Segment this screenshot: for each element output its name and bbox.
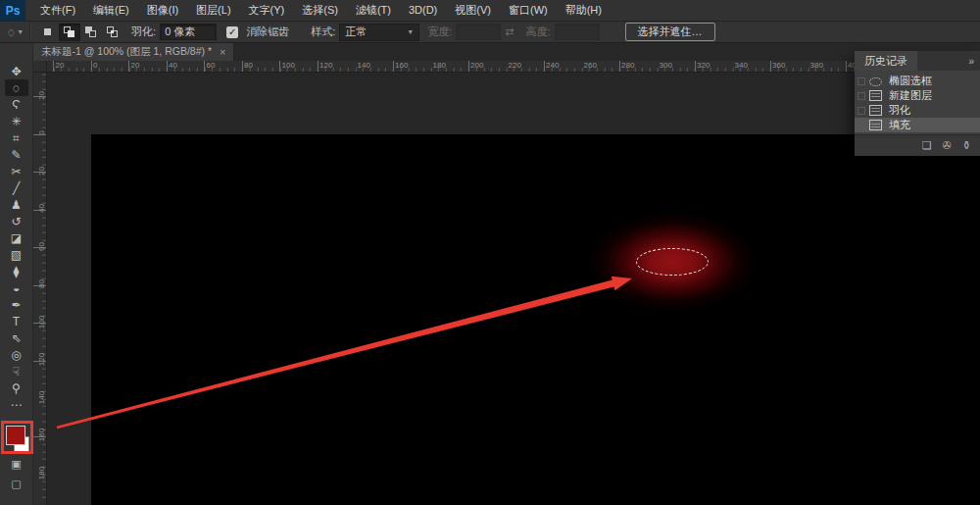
menu-item-view[interactable]: 视图(V)	[446, 0, 500, 21]
history-item-label: 羽化	[889, 103, 910, 118]
close-icon[interactable]: ×	[220, 46, 225, 58]
tools-panel: ✥◌Ϛ✳⌗✎✂╱♟↺◪▧⧫◒✒T⇖◎☟⚲⋯ ▣ ▢	[0, 43, 33, 505]
ruler-label: 180	[37, 466, 46, 480]
crop-tool[interactable]: ⌗	[5, 129, 28, 146]
style-select[interactable]: 正常 ▼	[339, 24, 419, 41]
ruler-label: 320	[697, 61, 710, 70]
menu-item-select[interactable]: 选择(S)	[293, 0, 347, 21]
menu-item-3d[interactable]: 3D(D)	[400, 0, 446, 21]
history-item-label: 新建图层	[889, 88, 932, 103]
horizontal-ruler: 2002040608010012014016018020022024026028…	[47, 61, 980, 73]
ruler-corner	[33, 61, 47, 73]
history-item-label: 填充	[889, 118, 910, 132]
eraser-tool[interactable]: ◪	[5, 229, 28, 246]
feather-input[interactable]	[160, 24, 217, 40]
screen-mode-button[interactable]: ▢	[5, 476, 28, 492]
ellipse-marquee-icon: ◌	[8, 25, 15, 39]
new-snapshot-icon[interactable]: ✇	[943, 139, 952, 152]
history-item-feather[interactable]: 羽化	[855, 103, 980, 118]
history-item-new-layer[interactable]: 新建图层	[855, 88, 980, 103]
history-source-toggle[interactable]	[858, 122, 865, 129]
path-selection-tool[interactable]: ⇖	[5, 329, 28, 346]
chevron-down-icon: ▼	[17, 28, 24, 35]
color-swatches	[3, 422, 30, 453]
pen-tool[interactable]: ✒	[5, 296, 28, 313]
select-and-mask-button[interactable]: 选择并遮住…	[625, 23, 715, 41]
subtract-from-selection-button[interactable]	[80, 24, 102, 41]
move-tool[interactable]: ✥	[5, 63, 28, 79]
menu-item-image[interactable]: 图像(I)	[138, 0, 187, 21]
elliptical-selection-marquee	[636, 248, 709, 276]
antialias-label: 消除锯齿	[246, 25, 289, 39]
menu-item-type[interactable]: 文字(Y)	[240, 0, 294, 21]
tool-preset-picker[interactable]: ◌ ▼	[8, 25, 24, 39]
ruler-label: 60	[37, 239, 46, 253]
new-doc-from-state-icon[interactable]: ❏	[922, 139, 932, 152]
ruler-label: 160	[395, 61, 408, 70]
menu-item-edit[interactable]: 编辑(E)	[84, 0, 138, 21]
ruler-label: 260	[584, 61, 597, 70]
ruler-label: 300	[660, 61, 672, 70]
ruler-label: 140	[358, 61, 370, 70]
ruler-label: 360	[772, 61, 785, 70]
history-source-toggle[interactable]	[858, 92, 865, 100]
ruler-label: 160	[37, 429, 46, 442]
history-source-toggle[interactable]	[858, 77, 865, 85]
dodge-tool[interactable]: ◒	[5, 279, 28, 296]
brush-tool[interactable]: ╱	[5, 179, 28, 196]
ellipse-marquee-tool[interactable]: ◌	[5, 79, 28, 96]
history-brush-tool[interactable]: ↺	[5, 213, 28, 229]
edit-toolbar-button[interactable]: ⋯	[5, 396, 28, 413]
height-label: 高度:	[525, 25, 550, 39]
quick-mask-button[interactable]: ▣	[5, 456, 28, 473]
type-tool[interactable]: T	[5, 313, 28, 329]
shape-tool[interactable]: ◎	[5, 346, 28, 363]
gradient-tool[interactable]: ▧	[5, 246, 28, 263]
canvas-viewport[interactable]	[47, 73, 980, 505]
quick-selection-tool[interactable]: ✳	[5, 113, 28, 129]
menu-item-layer[interactable]: 图层(L)	[187, 0, 239, 21]
antialias-checkbox[interactable]: ✓	[226, 26, 238, 38]
document-canvas[interactable]	[91, 134, 980, 505]
history-item-fill[interactable]: 填充	[855, 118, 980, 132]
delete-state-icon[interactable]: ⚱	[962, 139, 971, 152]
history-panel-tab[interactable]: 历史记录	[855, 51, 917, 71]
swap-dimensions-icon[interactable]: ⇄	[505, 25, 514, 38]
new-selection-button[interactable]	[37, 24, 59, 41]
collapse-panel-icon[interactable]: »	[968, 56, 973, 67]
zoom-tool[interactable]: ⚲	[5, 379, 28, 396]
menu-item-help[interactable]: 帮助(H)	[557, 0, 611, 21]
menu-item-file[interactable]: 文件(F)	[31, 0, 84, 21]
lasso-tool[interactable]: Ϛ	[5, 96, 28, 113]
ruler-label: 120	[37, 353, 46, 367]
ruler-label: 20	[37, 164, 46, 177]
screen-mode-icon: ▢	[11, 478, 21, 490]
spot-healing-tool[interactable]: ✂	[5, 163, 28, 179]
history-panel: 历史记录 » 椭圆选框新建图层羽化填充 ❏✇⚱	[855, 51, 980, 156]
history-source-toggle[interactable]	[858, 107, 865, 115]
history-panel-header: 历史记录 »	[855, 51, 980, 71]
ruler-label: 20	[56, 61, 65, 70]
eyedropper-tool[interactable]: ✎	[5, 146, 28, 163]
blur-tool[interactable]: ⧫	[5, 263, 28, 279]
chevron-down-icon: ▼	[407, 28, 414, 35]
menu-bar: Ps 文件(F)编辑(E)图像(I)图层(L)文字(Y)选择(S)滤镜(T)3D…	[0, 0, 980, 22]
history-item-label: 椭圆选框	[889, 74, 932, 88]
intersect-selection-button[interactable]	[102, 24, 123, 41]
divider	[29, 25, 31, 40]
ruler-label: 120	[319, 61, 332, 70]
menu-item-window[interactable]: 窗口(W)	[500, 0, 557, 21]
width-input[interactable]	[456, 24, 501, 40]
add-to-selection-button[interactable]	[59, 24, 80, 41]
document-tab[interactable]: 未标题-1 @ 100% (图层 1, RGB/8#) * ×	[33, 43, 234, 61]
doc-state-icon	[869, 90, 882, 101]
clone-stamp-tool[interactable]: ♟	[5, 196, 28, 213]
ruler-label: 340	[735, 61, 748, 70]
height-input[interactable]	[555, 24, 600, 40]
red-highlight-annotation	[1, 421, 33, 454]
ruler-label: 20	[37, 88, 46, 102]
history-panel-footer: ❏✇⚱	[855, 134, 980, 156]
history-item-ellipse-marquee[interactable]: 椭圆选框	[855, 74, 980, 88]
hand-tool[interactable]: ☟	[5, 363, 28, 379]
menu-item-filter[interactable]: 滤镜(T)	[347, 0, 400, 21]
